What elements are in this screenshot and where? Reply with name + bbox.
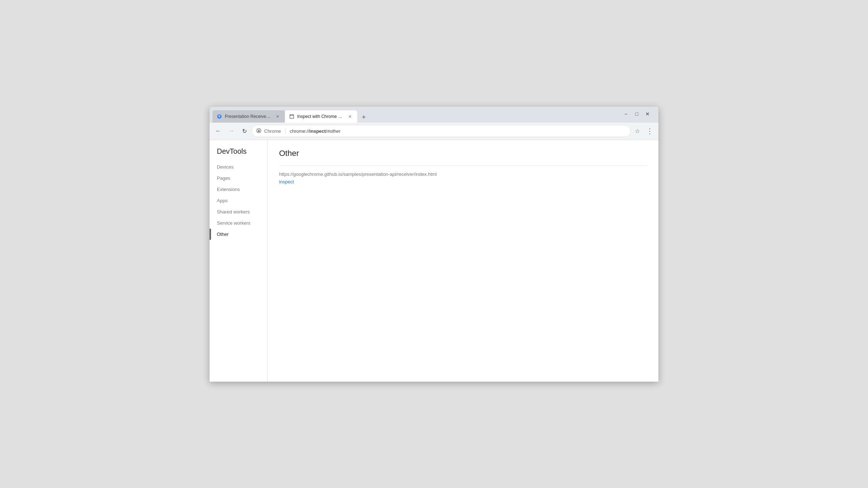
svg-rect-1 <box>290 114 294 118</box>
url-separator: | <box>285 128 286 134</box>
sidebar-item-extensions: Extensions <box>210 184 267 195</box>
svg-rect-4 <box>258 131 260 132</box>
tab-presentation[interactable]: Presentation Receiver AF × <box>212 110 285 123</box>
bookmark-button[interactable]: ☆ <box>632 126 642 136</box>
tab-inspect-close-button[interactable]: × <box>347 114 353 119</box>
page-title: Other <box>279 149 647 158</box>
sidebar-link-pages[interactable]: Pages <box>210 173 267 184</box>
presentation-favicon-icon <box>217 114 222 119</box>
forward-button[interactable]: → <box>226 125 237 137</box>
inspect-link[interactable]: inspect <box>279 179 294 184</box>
inspect-favicon-icon <box>289 114 294 119</box>
sidebar-item-shared-workers: Shared workers <box>210 206 267 217</box>
sidebar-item-other: Other <box>210 229 267 240</box>
close-button[interactable]: ✕ <box>642 109 653 118</box>
security-icon <box>256 128 261 134</box>
main-panel: Other https://googlechrome.github.io/sam… <box>267 140 658 382</box>
refresh-button[interactable]: ↻ <box>239 125 250 137</box>
more-menu-button[interactable]: ⋮ <box>644 125 656 137</box>
new-tab-button[interactable]: + <box>359 113 369 123</box>
content-area: DevTools Devices Pages Extensions Apps S… <box>210 140 658 382</box>
maximize-button[interactable]: □ <box>632 109 642 118</box>
sidebar-item-pages: Pages <box>210 173 267 184</box>
sidebar-link-apps[interactable]: Apps <box>210 195 267 206</box>
minimize-button[interactable]: − <box>621 109 631 118</box>
back-button[interactable]: ← <box>212 125 224 137</box>
title-bar: Presentation Receiver AF × Inspect with … <box>210 107 658 123</box>
section-divider <box>279 165 647 166</box>
url-chrome-label: Chrome <box>264 128 281 134</box>
tab-presentation-title: Presentation Receiver AF <box>225 114 272 119</box>
sidebar-link-extensions[interactable]: Extensions <box>210 184 267 195</box>
entry-item: https://googlechrome.github.io/samples/p… <box>279 171 647 185</box>
tab-inspect[interactable]: Inspect with Chrome Dev × <box>285 110 357 123</box>
sidebar-link-service-workers[interactable]: Service workers <box>210 217 267 229</box>
tabs-container: Presentation Receiver AF × Inspect with … <box>210 110 658 123</box>
sidebar-link-devices[interactable]: Devices <box>210 161 267 173</box>
sidebar-nav: Devices Pages Extensions Apps Shared wor… <box>210 161 267 240</box>
nav-bar: ← → ↻ Chrome | chrome://inspect/#other ☆… <box>210 123 658 140</box>
url-text: chrome://inspect/#other <box>290 128 340 134</box>
entry-url: https://googlechrome.github.io/samples/p… <box>279 171 647 177</box>
sidebar-item-devices: Devices <box>210 161 267 173</box>
sidebar-item-service-workers: Service workers <box>210 217 267 229</box>
url-host: inspect <box>309 128 326 134</box>
sidebar: DevTools Devices Pages Extensions Apps S… <box>210 140 267 382</box>
sidebar-title: DevTools <box>210 147 267 161</box>
window-controls: − □ ✕ <box>618 109 656 118</box>
sidebar-link-shared-workers[interactable]: Shared workers <box>210 206 267 217</box>
address-bar[interactable]: Chrome | chrome://inspect/#other <box>252 125 631 137</box>
sidebar-item-apps: Apps <box>210 195 267 206</box>
sidebar-link-other[interactable]: Other <box>210 229 267 240</box>
tab-inspect-title: Inspect with Chrome Dev <box>297 114 344 119</box>
tab-presentation-close-button[interactable]: × <box>275 114 281 119</box>
browser-window: Presentation Receiver AF × Inspect with … <box>210 107 658 382</box>
